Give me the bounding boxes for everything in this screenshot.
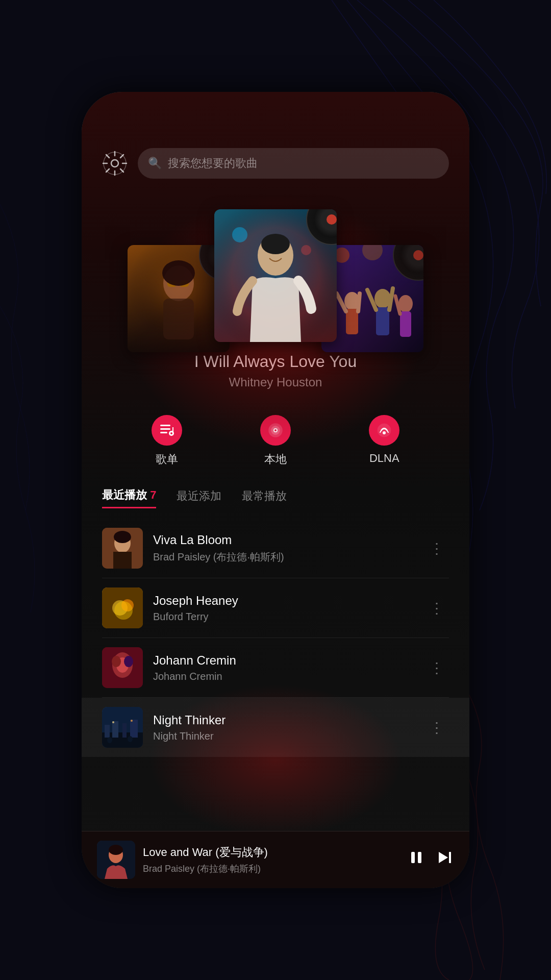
phone-frame: 🔍 搜索您想要的歌曲 [82,92,469,888]
svg-rect-57 [105,725,110,738]
song-list: Viva La Bloom Brad Paisley (布拉德·帕斯利) ⋮ [82,513,469,762]
svg-point-11 [301,245,311,255]
svg-point-0 [111,160,118,167]
svg-point-63 [112,721,114,723]
nav-tab-playlist-label: 歌单 [156,452,178,467]
song-artist-4: Night Thinker [153,730,414,742]
svg-rect-24 [376,307,389,335]
svg-line-22 [358,293,360,311]
song-menu-4[interactable]: ⋮ [424,714,449,741]
search-bar[interactable]: 🔍 搜索您想要的歌曲 [138,148,449,179]
song-thumb-3 [102,647,143,688]
svg-rect-32 [160,432,167,433]
song-name-1: Viva La Bloom [153,533,414,547]
now-playing-controls [407,848,454,871]
next-button[interactable] [436,848,454,871]
svg-rect-68 [411,852,415,863]
song-name-2: Joseph Heaney [153,594,414,608]
now-playing-title: Love and War (爱与战争) [143,845,399,860]
dlna-icon [369,415,399,446]
svg-rect-58 [112,721,118,738]
svg-point-41 [383,431,386,434]
svg-point-62 [128,736,133,742]
song-name-3: Johann Cremin [153,653,414,668]
nav-tab-dlna[interactable]: DLNA [369,415,399,467]
svg-rect-20 [346,309,358,334]
song-details-2: Joseph Heaney Buford Terry [153,594,414,623]
svg-point-61 [107,737,112,743]
nav-tab-playlist[interactable]: 歌单 [152,415,182,467]
song-artist-1: Brad Paisley (布拉德·帕斯利) [153,550,414,564]
search-icon: 🔍 [148,157,162,170]
svg-point-49 [114,601,133,620]
now-playing-info: Love and War (爱与战争) Brad Paisley (布拉德·帕斯… [143,845,399,875]
song-menu-3[interactable]: ⋮ [424,654,449,681]
settings-button[interactable] [102,151,128,176]
album-carousel [82,199,469,342]
nav-tab-local-label: 本地 [264,452,287,467]
song-item-1[interactable]: Viva La Bloom Brad Paisley (布拉德·帕斯利) ⋮ [82,519,469,578]
song-name-4: Night Thinker [153,713,414,727]
song-item-3[interactable]: Johann Cremin Johann Cremin ⋮ [82,638,469,697]
svg-point-64 [131,720,133,722]
song-artist-3: Johann Cremin [153,671,414,682]
now-playing-artist: Brad Paisley (布拉德·帕斯利) [143,863,399,875]
svg-rect-30 [160,425,170,426]
svg-rect-28 [400,311,411,337]
svg-point-14 [261,234,290,254]
svg-point-40 [378,424,391,437]
section-tab-recent[interactable]: 最近播放 7 [102,487,156,508]
vinyl-icon [260,415,291,446]
song-item-2[interactable]: Joseph Heaney Buford Terry ⋮ [82,578,469,638]
svg-point-54 [124,656,133,667]
section-tab-added[interactable]: 最近添加 [177,488,221,508]
svg-rect-60 [130,720,138,738]
svg-point-34 [170,432,172,434]
song-item-4[interactable]: Night Thinker Night Thinker ⋮ [82,698,469,757]
song-details-1: Viva La Bloom Brad Paisley (布拉德·帕斯利) [153,533,414,564]
pause-button[interactable] [407,848,425,871]
album-card-right[interactable] [321,245,423,352]
svg-rect-4 [163,299,194,339]
svg-rect-31 [160,428,170,430]
featured-song-artist: Whitney Houston [102,375,449,389]
song-menu-2[interactable]: ⋮ [424,595,449,622]
svg-point-53 [112,656,121,667]
song-thumb-4 [102,707,143,748]
song-artist-2: Buford Terry [153,611,414,623]
status-bar [82,92,469,117]
song-thumb-2 [102,587,143,628]
section-tabs: 最近播放 7 最近添加 最常播放 [82,482,469,513]
svg-point-45 [114,531,131,543]
now-playing-bar[interactable]: Love and War (爱与战争) Brad Paisley (布拉德·帕斯… [82,831,469,888]
svg-marker-70 [439,852,448,863]
album-card-center[interactable] [214,209,337,342]
nav-tab-dlna-label: DLNA [369,452,399,465]
playlist-icon [152,415,182,446]
now-playing-thumb [97,841,135,879]
svg-point-8 [162,260,195,286]
nav-tabs: 歌单 本地 [82,400,469,482]
song-thumb-1 [102,528,143,569]
svg-rect-69 [418,852,421,863]
svg-rect-59 [122,723,127,738]
svg-point-10 [232,227,247,242]
section-tab-frequent[interactable]: 最常播放 [242,488,287,508]
song-details-3: Johann Cremin Johann Cremin [153,653,414,682]
song-menu-1[interactable]: ⋮ [424,535,449,562]
svg-rect-71 [449,852,451,863]
header: 🔍 搜索您想要的歌曲 [82,117,469,189]
featured-song-title: I Will Always Love You [102,352,449,371]
search-placeholder: 搜索您想要的歌曲 [168,156,258,171]
nav-tab-local[interactable]: 本地 [260,415,291,467]
song-details-4: Night Thinker Night Thinker [153,713,414,742]
svg-rect-44 [113,552,132,569]
svg-point-39 [274,429,277,431]
phone-screen: 🔍 搜索您想要的歌曲 [82,92,469,888]
svg-point-67 [109,845,123,855]
